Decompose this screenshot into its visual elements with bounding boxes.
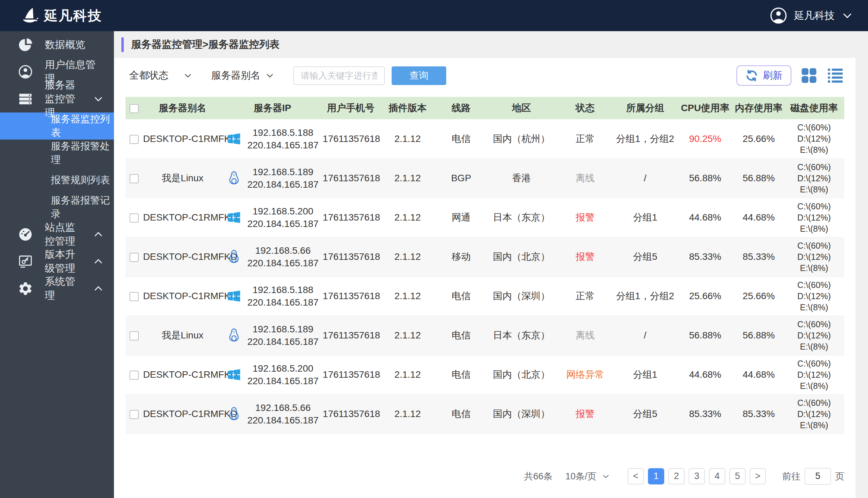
cell-line: 电信 [436,394,486,434]
refresh-icon [745,69,758,82]
page-button-3[interactable]: 3 [689,468,705,484]
cell-phone: 17611357618 [322,237,379,276]
cell-alias: 我是Linux [143,159,222,198]
cell-ip: 192.168.5.66220.184.165.187 [247,244,318,269]
toolbar-right: 刷新 [737,65,844,86]
sidebar-item-data-overview[interactable]: 数据概览 [0,31,114,58]
cell-line: 电信 [436,316,486,355]
page-button-4[interactable]: 4 [709,468,725,484]
cell-phone: 17611357618 [322,276,379,316]
cell-memory: 85.33% [733,237,783,276]
next-page-button[interactable]: > [750,468,766,484]
sidebar-subitem-monitor-list[interactable]: 服务器监控列表 [0,113,114,140]
sidebar-item-version-upgrade[interactable]: 版本升级管理 [0,248,114,275]
row-checkbox[interactable] [129,135,139,144]
cell-group: 分组1 [613,355,677,394]
cell-status: 正常 [557,276,613,316]
search-input[interactable] [293,66,385,85]
cell-memory: 25.66% [733,276,783,316]
sidebar: 数据概览 用户信息管理 [0,31,114,498]
cell-ip: 192.168.5.200220.184.165.187 [247,362,318,387]
row-checkbox[interactable] [129,174,139,183]
table-body: DESKTOP-C1RMFKD192.168.5.188220.184.165.… [126,119,844,434]
cell-status: 报警 [557,198,613,237]
header-status: 状态 [557,97,613,119]
windows-os-icon [226,131,242,147]
page-button-5[interactable]: 5 [729,468,745,484]
cell-region: 国内（杭州） [486,119,557,159]
cell-cpu: 90.25% [677,119,733,159]
cell-alias: DESKTOP-C1RMFKD [143,119,222,159]
cell-region: 日本（东京） [486,198,557,237]
cell-disk: C:\(60%)D:\(12%)E:\(8%) [784,394,844,434]
cell-disk: C:\(60%)D:\(12%)E:\(8%) [784,316,844,355]
table-row: 我是Linux192.168.5.189220.184.165.18717611… [126,316,844,355]
row-checkbox[interactable] [129,371,139,380]
cell-cpu: 85.33% [677,237,733,276]
sidebar-item-label: 站点监控管理 [45,221,81,248]
cell-memory: 56.88% [733,159,783,198]
pagination-total: 共66条 [524,470,552,482]
sidebar-item-site-monitor[interactable]: 站点监控管理 [0,221,114,248]
cell-plugin-version: 2.1.12 [379,198,436,237]
goto-page-input[interactable] [805,468,831,485]
field-filter-select[interactable]: 服务器别名 [211,69,274,82]
brand[interactable]: 延凡科技 [19,6,102,25]
page-size-select[interactable]: 10条/页 [565,470,610,482]
field-filter-value: 服务器别名 [211,69,260,82]
cell-plugin-version: 2.1.12 [379,394,436,434]
page-button-1[interactable]: 1 [648,468,664,484]
header-disk: 磁盘使用率 [784,97,844,119]
cell-alias: DESKTOP-C1RMFKD [143,237,222,276]
cell-group: / [613,159,677,198]
sidebar-item-server-monitor[interactable]: 服务器监控管理 [0,86,114,113]
status-filter-select[interactable]: 全都状态 [129,69,192,82]
avatar-icon [770,7,787,24]
cell-region: 国内（深圳） [486,394,557,434]
main-content: 服务器监控管理>服务器监控列表 全都状态 服务器别名 查询 [114,31,868,498]
query-button[interactable]: 查询 [392,66,446,85]
upgrade-icon [18,254,33,269]
select-all-checkbox[interactable] [129,104,139,113]
chevron-up-icon [93,283,104,294]
cell-disk: C:\(60%)D:\(12%)E:\(8%) [784,159,844,198]
server-icon [18,91,33,107]
sidebar-subitem-alarm-rules[interactable]: 报警规则列表 [0,167,114,194]
page-button-2[interactable]: 2 [668,468,685,484]
cell-ip: 192.168.5.200220.184.165.187 [247,205,318,230]
sidebar-subitem-alarm-records[interactable]: 服务器报警记录 [0,194,114,221]
cell-line: 电信 [436,355,486,394]
sidebar-subitem-alarm-handle[interactable]: 服务器报警处理 [0,140,114,167]
table-row: DESKTOP-C1RMFKD192.168.5.66220.184.165.1… [126,394,844,434]
list-view-icon[interactable] [827,67,844,84]
cell-line: BGP [436,159,486,198]
grid-view-icon[interactable] [800,67,818,84]
prev-page-button[interactable]: < [628,468,644,484]
row-checkbox[interactable] [129,253,139,262]
toolbar: 全都状态 服务器别名 查询 [114,58,855,86]
table-row: DESKTOP-C1RMFKD192.168.5.200220.184.165.… [126,355,844,394]
cell-region: 国内（北京） [486,355,557,394]
sidebar-item-system-manage[interactable]: 系统管理 [0,275,114,302]
gauge-icon [18,227,33,242]
cell-status: 离线 [557,316,613,355]
cell-plugin-version: 2.1.12 [379,119,436,159]
cell-region: 日本（东京） [486,316,557,355]
cell-memory: 44.68% [733,198,783,237]
cell-line: 网通 [436,198,486,237]
chevron-down-icon [93,93,104,104]
row-checkbox[interactable] [129,292,139,301]
row-checkbox[interactable] [129,331,139,340]
cell-phone: 17611357618 [322,316,379,355]
table-row: DESKTOP-C1RMFKD192.168.5.66220.184.165.1… [126,237,844,276]
table-row: DESKTOP-C1RMFKD192.168.5.188220.184.165.… [126,119,844,159]
cell-phone: 17611357618 [322,198,379,237]
sidebar-subitem-label: 服务器报警记录 [51,194,114,221]
cell-alias: DESKTOP-C1RMFKD [143,394,222,434]
user-menu[interactable]: 延凡科技 [770,7,853,24]
refresh-button[interactable]: 刷新 [737,65,791,86]
cell-ip: 192.168.5.188220.184.165.187 [247,126,318,152]
cell-cpu: 25.66% [677,276,733,316]
row-checkbox[interactable] [129,410,139,419]
row-checkbox[interactable] [129,213,139,223]
